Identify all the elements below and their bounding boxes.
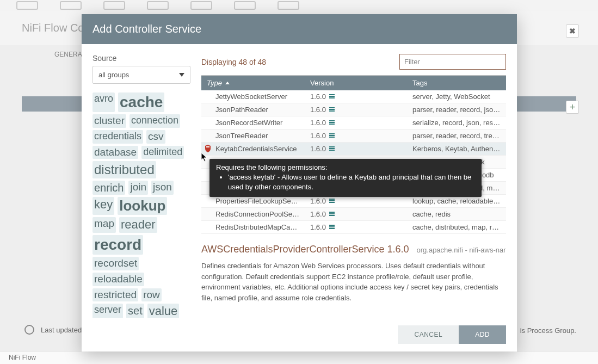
cell-type: KeytabCredentialsService bbox=[201, 143, 305, 155]
cell-version: 1.6.0 bbox=[305, 90, 407, 103]
tag-map[interactable]: map bbox=[93, 217, 116, 233]
tag-key[interactable]: key bbox=[93, 197, 114, 215]
detail-panel: AWSCredentialsProviderControllerService … bbox=[201, 244, 506, 303]
modal-title: Add Controller Service bbox=[82, 14, 517, 44]
col-tags[interactable]: Tags bbox=[407, 76, 506, 90]
tag-delimited[interactable]: delimited bbox=[141, 146, 184, 159]
table-row[interactable]: KeytabCredentialsService1.6.0Kerberos, K… bbox=[201, 143, 506, 156]
add-button[interactable]: ADD bbox=[459, 325, 506, 344]
table-row[interactable]: JettyWebSocketServer1.6.0server, Jetty, … bbox=[201, 90, 506, 103]
tag-value[interactable]: value bbox=[147, 304, 180, 318]
list-icon bbox=[329, 120, 335, 126]
permission-tooltip: Requires the following permissions: 'acc… bbox=[209, 159, 482, 197]
tag-server[interactable]: server bbox=[93, 304, 123, 318]
list-icon bbox=[329, 199, 335, 204]
cell-tags: serialize, record, json, resultset,... bbox=[407, 116, 506, 129]
displaying-count: Displaying 48 of 48 bbox=[201, 58, 266, 66]
tag-database[interactable]: database bbox=[93, 146, 138, 159]
svg-rect-0 bbox=[206, 146, 209, 147]
tag-reader[interactable]: reader bbox=[119, 217, 157, 233]
cancel-button[interactable]: CANCEL bbox=[398, 325, 459, 344]
tag-recordset[interactable]: recordset bbox=[93, 257, 139, 270]
source-select[interactable]: all groups bbox=[93, 66, 190, 84]
detail-nar: org.apache.nifi - nifi-aws-nar bbox=[417, 246, 506, 254]
tag-reloadable[interactable]: reloadable bbox=[93, 273, 144, 286]
cell-version: 1.6.0 bbox=[305, 103, 407, 116]
list-icon bbox=[329, 133, 335, 139]
detail-description: Defines credentials for Amazon Web Servi… bbox=[201, 261, 506, 303]
tag-cluster[interactable]: cluster bbox=[93, 114, 126, 128]
tag-enrich[interactable]: enrich bbox=[93, 181, 125, 195]
cell-tags: Kerberos, Keytab, Authenticati... bbox=[407, 143, 506, 155]
tag-distributed[interactable]: distributed bbox=[93, 161, 156, 178]
bg-last-updated: Last updated: bbox=[24, 325, 84, 335]
source-label: Source bbox=[93, 54, 190, 63]
cell-tags: cache, redis bbox=[407, 208, 506, 220]
cell-tags: server, Jetty, WebSocket bbox=[407, 90, 506, 103]
table-row[interactable]: JsonTreeReader1.6.0parser, reader, recor… bbox=[201, 129, 506, 143]
tag-json[interactable]: json bbox=[151, 181, 174, 195]
cell-type: RedisDistributedMapCache... bbox=[201, 221, 305, 233]
cell-tags: parser, reader, record, jsonpath,... bbox=[407, 103, 506, 116]
cell-type: JsonPathReader bbox=[201, 103, 305, 116]
shield-icon bbox=[205, 145, 211, 152]
table-row[interactable]: JsonPathReader1.6.0parser, reader, recor… bbox=[201, 103, 506, 116]
refresh-icon bbox=[24, 325, 34, 335]
tag-lookup[interactable]: lookup bbox=[118, 197, 167, 215]
bg-add-button: + bbox=[566, 101, 579, 114]
tag-row[interactable]: row bbox=[141, 288, 162, 302]
cell-version: 1.6.0 bbox=[305, 143, 407, 155]
col-type[interactable]: Type bbox=[201, 76, 305, 90]
bg-close-button: ✖ bbox=[566, 24, 579, 38]
cell-type: JsonRecordSetWriter bbox=[201, 116, 305, 129]
filter-input[interactable] bbox=[399, 54, 506, 70]
cell-tags: parser, reader, record, tree, json bbox=[407, 129, 506, 142]
cursor-icon bbox=[201, 152, 208, 162]
detail-name: AWSCredentialsProviderControllerService … bbox=[201, 244, 409, 255]
tag-record[interactable]: record bbox=[93, 235, 143, 255]
cell-version: 1.6.0 bbox=[305, 208, 407, 220]
tag-csv[interactable]: csv bbox=[146, 130, 165, 144]
cell-type: JettyWebSocketServer bbox=[201, 90, 305, 103]
cell-version: 1.6.0 bbox=[305, 116, 407, 129]
services-grid: Type Version Tags JettyWebSocketServer1.… bbox=[201, 75, 506, 234]
tag-set[interactable]: set bbox=[126, 304, 144, 318]
bg-toolbar bbox=[0, 0, 598, 11]
cell-type: JsonTreeReader bbox=[201, 129, 305, 142]
table-row[interactable]: JsonRecordSetWriter1.6.0serialize, recor… bbox=[201, 116, 506, 129]
list-icon bbox=[329, 107, 335, 113]
list-icon bbox=[329, 212, 335, 217]
cell-tags: cache, distributed, map, redis bbox=[407, 221, 506, 233]
table-row[interactable]: RedisConnectionPoolService1.6.0cache, re… bbox=[201, 208, 506, 221]
source-select-value: all groups bbox=[98, 71, 129, 79]
tag-restricted[interactable]: restricted bbox=[93, 288, 138, 302]
tag-avro[interactable]: avro bbox=[93, 92, 115, 112]
cell-version: 1.6.0 bbox=[305, 129, 407, 142]
tag-connection[interactable]: connection bbox=[130, 114, 180, 128]
table-row[interactable]: RedisDistributedMapCache...1.6.0cache, d… bbox=[201, 221, 506, 234]
bg-footer-right: is Process Group. bbox=[520, 326, 576, 335]
cell-version: 1.6.0 bbox=[305, 221, 407, 233]
breadcrumb: NiFi Flow bbox=[0, 351, 598, 364]
tag-credentials[interactable]: credentials bbox=[93, 130, 143, 144]
list-icon bbox=[329, 94, 335, 100]
tag-join[interactable]: join bbox=[128, 181, 148, 195]
cell-type: RedisConnectionPoolService bbox=[201, 208, 305, 220]
tag-cache[interactable]: cache bbox=[118, 92, 164, 112]
col-version[interactable]: Version bbox=[305, 76, 407, 90]
list-icon bbox=[329, 146, 335, 152]
chevron-down-icon bbox=[179, 73, 184, 77]
tooltip-item: 'access keytab' - Allows user to define … bbox=[228, 172, 475, 192]
tooltip-title: Requires the following permissions: bbox=[216, 163, 475, 171]
sort-asc-icon bbox=[225, 82, 230, 84]
list-icon bbox=[329, 225, 335, 230]
tag-cloud: avrocacheclusterconnectioncredentialscsv… bbox=[93, 92, 190, 318]
